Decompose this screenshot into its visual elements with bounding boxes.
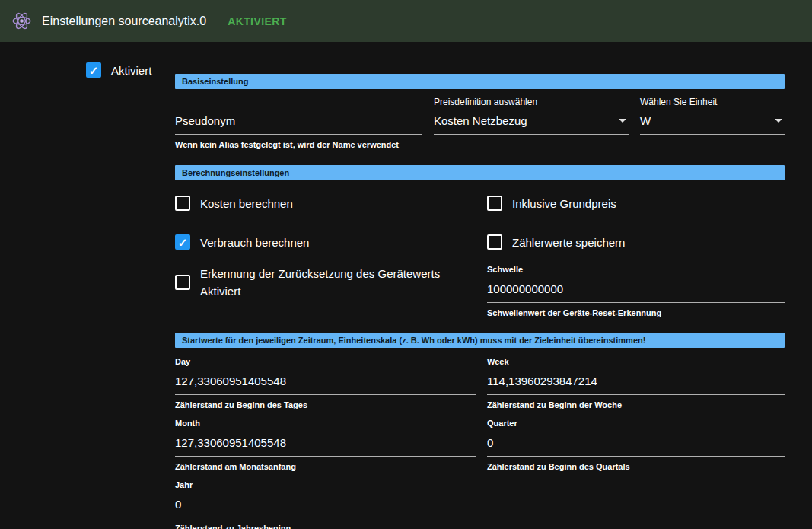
calc-row-1: Kosten berechnen Inklusive Grundpreis bbox=[175, 196, 785, 211]
app-header: Einstellungen sourceanalytix.0 AKTIVIERT bbox=[0, 0, 812, 42]
checkbox-icon[interactable] bbox=[175, 275, 190, 290]
day-field: Day Zählerstand zu Beginn des Tages bbox=[175, 357, 476, 409]
month-label: Month bbox=[175, 419, 476, 430]
checkbox-icon[interactable] bbox=[175, 234, 190, 250]
quarter-label: Quarter bbox=[487, 419, 785, 430]
section-header-start: Startwerte für den jeweiligen Zeitraum, … bbox=[175, 333, 785, 348]
status-badge: AKTIVIERT bbox=[228, 15, 287, 27]
checkbox-icon[interactable] bbox=[487, 234, 502, 250]
unit-select[interactable]: W bbox=[640, 112, 785, 135]
section-header-calc: Berechnungseinstellungen bbox=[175, 165, 785, 180]
price-definition-field: Preisdefinition auswählen Kosten Netzbez… bbox=[434, 97, 629, 149]
month-field: Month Zählerstand am Monatsanfang bbox=[175, 419, 476, 471]
checkbox-icon[interactable] bbox=[175, 196, 190, 211]
pseudonym-helper: Wenn kein Alias festgelegt ist, wird der… bbox=[175, 140, 422, 149]
page-title: Einstellungen sourceanalytix.0 bbox=[42, 14, 206, 28]
checkbox-zaehlerwerte-speichern[interactable]: Zählerwerte speichern bbox=[487, 234, 785, 250]
pseudonym-field: Wenn kein Alias festgelegt ist, wird der… bbox=[175, 97, 422, 149]
week-label: Week bbox=[487, 357, 785, 368]
calc-row-3: Erkennung der Zurücksetzung des Gerätewe… bbox=[175, 265, 785, 317]
activated-checkbox[interactable]: Aktiviert bbox=[86, 62, 175, 78]
chevron-down-icon bbox=[619, 119, 626, 123]
day-helper: Zählerstand zu Beginn des Tages bbox=[175, 400, 476, 409]
checkbox-inklusive-grundpreis[interactable]: Inklusive Grundpreis bbox=[487, 196, 785, 211]
checkbox-device-reset-erkennung[interactable]: Erkennung der Zurücksetzung des Gerätewe… bbox=[175, 265, 487, 300]
checkbox-icon[interactable] bbox=[86, 62, 101, 78]
checkbox-verbrauch-berechnen[interactable]: Verbrauch berechnen bbox=[175, 234, 487, 250]
calc-row-2: Verbrauch berechnen Zählerwerte speicher… bbox=[175, 234, 785, 250]
pseudonym-label bbox=[175, 97, 422, 108]
threshold-input[interactable] bbox=[487, 280, 785, 303]
chevron-down-icon bbox=[775, 119, 782, 123]
pseudonym-input[interactable] bbox=[175, 112, 422, 135]
week-field: Week Zählerstand zu Beginn der Woche bbox=[487, 357, 785, 409]
start-row-3: Jahr Zählerstand zu Jahresbeginn bbox=[175, 480, 785, 529]
checkbox-label: Verbrauch berechnen bbox=[200, 236, 309, 249]
quarter-helper: Zählerstand zu Beginn des Quartals bbox=[487, 462, 785, 471]
price-definition-select[interactable]: Kosten Netzbezug bbox=[434, 112, 629, 135]
unit-value: W bbox=[640, 114, 651, 127]
form-column: Basiseinstellung Wenn kein Alias festgel… bbox=[175, 62, 785, 529]
threshold-label: Schwelle bbox=[487, 265, 785, 276]
price-definition-value: Kosten Netzbezug bbox=[434, 114, 527, 127]
threshold-helper: Schwellenwert der Geräte-Reset-Erkennung bbox=[487, 308, 785, 317]
quarter-input[interactable] bbox=[487, 434, 785, 457]
year-input[interactable] bbox=[175, 496, 476, 518]
threshold-field: Schwelle Schwellenwert der Geräte-Reset-… bbox=[487, 265, 785, 317]
checkbox-kosten-berechnen[interactable]: Kosten berechnen bbox=[175, 196, 487, 211]
year-label: Jahr bbox=[175, 480, 476, 492]
activated-label: Aktiviert bbox=[111, 64, 151, 77]
start-row-2: Month Zählerstand am Monatsanfang Quarte… bbox=[175, 419, 785, 471]
unit-label: Wählen Sie Einheit bbox=[640, 97, 785, 108]
month-input[interactable] bbox=[175, 434, 476, 457]
week-helper: Zählerstand zu Beginn der Woche bbox=[487, 400, 785, 409]
day-input[interactable] bbox=[175, 372, 476, 395]
unit-field: Wählen Sie Einheit W bbox=[640, 97, 785, 149]
year-helper: Zählerstand zu Jahresbeginn bbox=[175, 524, 476, 529]
start-row-1: Day Zählerstand zu Beginn des Tages Week… bbox=[175, 357, 785, 409]
month-helper: Zählerstand am Monatsanfang bbox=[175, 462, 476, 471]
left-column: Aktiviert bbox=[0, 62, 175, 529]
settings-page: Aktiviert Basiseinstellung Wenn kein Ali… bbox=[0, 42, 812, 529]
checkbox-label: Inklusive Grundpreis bbox=[512, 197, 616, 210]
week-input[interactable] bbox=[487, 372, 785, 395]
quarter-field: Quarter Zählerstand zu Beginn des Quarta… bbox=[487, 419, 785, 471]
price-definition-label: Preisdefinition auswählen bbox=[434, 97, 629, 108]
section-header-basis: Basiseinstellung bbox=[175, 74, 785, 89]
atom-icon bbox=[11, 11, 32, 32]
checkbox-label: Zählerwerte speichern bbox=[512, 236, 625, 249]
year-field: Jahr Zählerstand zu Jahresbeginn bbox=[175, 480, 476, 529]
checkbox-icon[interactable] bbox=[487, 196, 502, 211]
checkbox-label: Erkennung der Zurücksetzung des Gerätewe… bbox=[200, 265, 470, 300]
basis-fields-row: Wenn kein Alias festgelegt ist, wird der… bbox=[175, 97, 785, 149]
day-label: Day bbox=[175, 357, 476, 368]
checkbox-label: Kosten berechnen bbox=[200, 197, 293, 210]
